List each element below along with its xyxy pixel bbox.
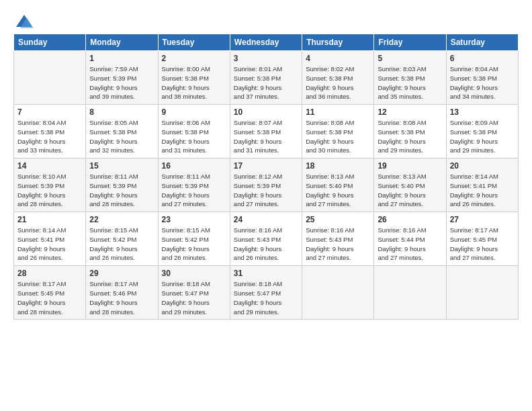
weekday-header-friday: Friday <box>374 34 446 51</box>
calendar-cell: 16Sunrise: 8:11 AM Sunset: 5:39 PM Dayli… <box>158 158 230 212</box>
day-number: 20 <box>450 161 515 171</box>
calendar-cell: 3Sunrise: 8:01 AM Sunset: 5:38 PM Daylig… <box>230 51 302 105</box>
calendar-table: SundayMondayTuesdayWednesdayThursdayFrid… <box>13 34 519 320</box>
day-number: 21 <box>17 215 82 224</box>
day-number: 28 <box>17 269 82 278</box>
day-number: 6 <box>450 54 515 63</box>
day-number: 7 <box>17 107 82 117</box>
day-number: 10 <box>234 107 298 117</box>
calendar-cell <box>14 51 86 105</box>
day-detail: Sunrise: 8:04 AM Sunset: 5:38 PM Dayligh… <box>17 118 82 155</box>
day-number: 16 <box>162 161 226 171</box>
day-detail: Sunrise: 8:00 AM Sunset: 5:38 PM Dayligh… <box>162 64 226 101</box>
calendar-cell: 23Sunrise: 8:15 AM Sunset: 5:42 PM Dayli… <box>158 212 230 266</box>
logo-icon <box>15 12 34 31</box>
weekday-header-wednesday: Wednesday <box>230 34 302 51</box>
day-number: 13 <box>450 107 515 117</box>
calendar-cell: 7Sunrise: 8:04 AM Sunset: 5:38 PM Daylig… <box>14 105 86 158</box>
day-detail: Sunrise: 8:17 AM Sunset: 5:46 PM Dayligh… <box>89 279 154 316</box>
day-number: 4 <box>306 54 370 63</box>
day-detail: Sunrise: 8:08 AM Sunset: 5:38 PM Dayligh… <box>378 118 442 155</box>
day-detail: Sunrise: 8:14 AM Sunset: 5:41 PM Dayligh… <box>450 172 515 209</box>
day-number: 12 <box>378 107 442 117</box>
day-number: 24 <box>234 215 298 224</box>
calendar-cell: 1Sunrise: 7:59 AM Sunset: 5:39 PM Daylig… <box>86 51 158 105</box>
day-detail: Sunrise: 8:07 AM Sunset: 5:38 PM Dayligh… <box>234 118 298 155</box>
calendar-cell: 12Sunrise: 8:08 AM Sunset: 5:38 PM Dayli… <box>374 105 446 158</box>
day-detail: Sunrise: 8:03 AM Sunset: 5:38 PM Dayligh… <box>378 64 442 101</box>
day-detail: Sunrise: 8:08 AM Sunset: 5:38 PM Dayligh… <box>306 118 370 155</box>
calendar-cell: 25Sunrise: 8:16 AM Sunset: 5:43 PM Dayli… <box>302 212 374 266</box>
calendar-cell: 31Sunrise: 8:18 AM Sunset: 5:47 PM Dayli… <box>230 266 302 320</box>
day-detail: Sunrise: 8:10 AM Sunset: 5:39 PM Dayligh… <box>17 172 82 209</box>
calendar-cell: 21Sunrise: 8:14 AM Sunset: 5:41 PM Dayli… <box>14 212 86 266</box>
day-detail: Sunrise: 8:13 AM Sunset: 5:40 PM Dayligh… <box>306 172 370 209</box>
day-detail: Sunrise: 8:18 AM Sunset: 5:47 PM Dayligh… <box>234 279 298 316</box>
calendar-cell: 15Sunrise: 8:11 AM Sunset: 5:39 PM Dayli… <box>86 158 158 212</box>
day-detail: Sunrise: 8:16 AM Sunset: 5:43 PM Dayligh… <box>306 226 370 263</box>
day-number: 29 <box>89 269 154 278</box>
day-detail: Sunrise: 8:14 AM Sunset: 5:41 PM Dayligh… <box>17 226 82 263</box>
calendar-cell: 24Sunrise: 8:16 AM Sunset: 5:43 PM Dayli… <box>230 212 302 266</box>
calendar-cell: 14Sunrise: 8:10 AM Sunset: 5:39 PM Dayli… <box>14 158 86 212</box>
day-number: 15 <box>89 161 154 171</box>
calendar-cell: 2Sunrise: 8:00 AM Sunset: 5:38 PM Daylig… <box>158 51 230 105</box>
calendar-cell: 6Sunrise: 8:04 AM Sunset: 5:38 PM Daylig… <box>446 51 518 105</box>
calendar-cell: 17Sunrise: 8:12 AM Sunset: 5:39 PM Dayli… <box>230 158 302 212</box>
calendar-cell: 20Sunrise: 8:14 AM Sunset: 5:41 PM Dayli… <box>446 158 518 212</box>
day-detail: Sunrise: 8:13 AM Sunset: 5:40 PM Dayligh… <box>378 172 442 209</box>
day-detail: Sunrise: 8:17 AM Sunset: 5:45 PM Dayligh… <box>450 226 515 263</box>
day-detail: Sunrise: 8:15 AM Sunset: 5:42 PM Dayligh… <box>162 226 226 263</box>
day-number: 9 <box>162 107 226 117</box>
calendar-cell <box>446 266 518 320</box>
day-number: 17 <box>234 161 298 171</box>
calendar-cell: 8Sunrise: 8:05 AM Sunset: 5:38 PM Daylig… <box>86 105 158 158</box>
day-number: 18 <box>306 161 370 171</box>
calendar-cell: 26Sunrise: 8:16 AM Sunset: 5:44 PM Dayli… <box>374 212 446 266</box>
day-number: 2 <box>162 54 226 63</box>
day-detail: Sunrise: 8:05 AM Sunset: 5:38 PM Dayligh… <box>89 118 154 155</box>
day-detail: Sunrise: 8:01 AM Sunset: 5:38 PM Dayligh… <box>234 64 298 101</box>
weekday-header-tuesday: Tuesday <box>158 34 230 51</box>
logo <box>13 12 34 27</box>
day-number: 8 <box>89 107 154 117</box>
calendar-cell: 19Sunrise: 8:13 AM Sunset: 5:40 PM Dayli… <box>374 158 446 212</box>
weekday-header-thursday: Thursday <box>302 34 374 51</box>
calendar-cell: 11Sunrise: 8:08 AM Sunset: 5:38 PM Dayli… <box>302 105 374 158</box>
calendar-cell <box>302 266 374 320</box>
day-detail: Sunrise: 8:15 AM Sunset: 5:42 PM Dayligh… <box>89 226 154 263</box>
calendar-cell: 4Sunrise: 8:02 AM Sunset: 5:38 PM Daylig… <box>302 51 374 105</box>
calendar-cell: 13Sunrise: 8:09 AM Sunset: 5:38 PM Dayli… <box>446 105 518 158</box>
day-number: 22 <box>89 215 154 224</box>
day-detail: Sunrise: 8:16 AM Sunset: 5:43 PM Dayligh… <box>234 226 298 263</box>
weekday-header-sunday: Sunday <box>14 34 86 51</box>
day-number: 31 <box>234 269 298 278</box>
day-number: 11 <box>306 107 370 117</box>
calendar-cell <box>374 266 446 320</box>
day-detail: Sunrise: 8:11 AM Sunset: 5:39 PM Dayligh… <box>162 172 226 209</box>
weekday-header-saturday: Saturday <box>446 34 518 51</box>
day-detail: Sunrise: 8:11 AM Sunset: 5:39 PM Dayligh… <box>89 172 154 209</box>
day-number: 27 <box>450 215 515 224</box>
day-detail: Sunrise: 8:12 AM Sunset: 5:39 PM Dayligh… <box>234 172 298 209</box>
calendar-cell: 27Sunrise: 8:17 AM Sunset: 5:45 PM Dayli… <box>446 212 518 266</box>
calendar-cell: 18Sunrise: 8:13 AM Sunset: 5:40 PM Dayli… <box>302 158 374 212</box>
page-container: SundayMondayTuesdayWednesdayThursdayFrid… <box>0 0 532 326</box>
calendar-cell: 22Sunrise: 8:15 AM Sunset: 5:42 PM Dayli… <box>86 212 158 266</box>
day-detail: Sunrise: 8:09 AM Sunset: 5:38 PM Dayligh… <box>450 118 515 155</box>
day-number: 19 <box>378 161 442 171</box>
day-detail: Sunrise: 8:18 AM Sunset: 5:47 PM Dayligh… <box>162 279 226 316</box>
day-detail: Sunrise: 8:04 AM Sunset: 5:38 PM Dayligh… <box>450 64 515 101</box>
header-row <box>13 12 519 27</box>
calendar-cell: 28Sunrise: 8:17 AM Sunset: 5:45 PM Dayli… <box>14 266 86 320</box>
day-detail: Sunrise: 8:02 AM Sunset: 5:38 PM Dayligh… <box>306 64 370 101</box>
calendar-cell: 5Sunrise: 8:03 AM Sunset: 5:38 PM Daylig… <box>374 51 446 105</box>
day-detail: Sunrise: 7:59 AM Sunset: 5:39 PM Dayligh… <box>89 64 154 101</box>
calendar-cell: 9Sunrise: 8:06 AM Sunset: 5:38 PM Daylig… <box>158 105 230 158</box>
day-number: 25 <box>306 215 370 224</box>
day-number: 3 <box>234 54 298 63</box>
day-detail: Sunrise: 8:06 AM Sunset: 5:38 PM Dayligh… <box>162 118 226 155</box>
day-detail: Sunrise: 8:17 AM Sunset: 5:45 PM Dayligh… <box>17 279 82 316</box>
calendar-cell: 29Sunrise: 8:17 AM Sunset: 5:46 PM Dayli… <box>86 266 158 320</box>
day-number: 30 <box>162 269 226 278</box>
